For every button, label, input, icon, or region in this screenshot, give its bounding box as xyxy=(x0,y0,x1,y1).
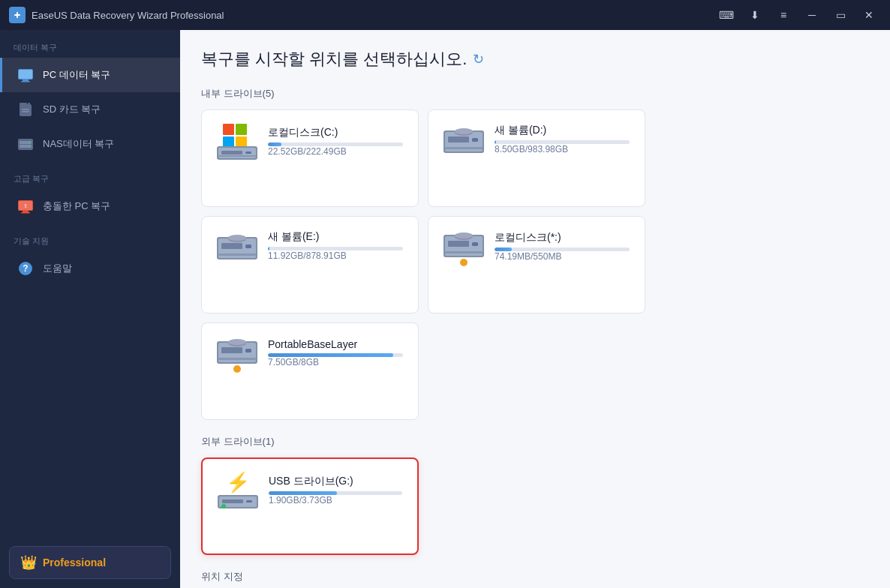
sidebar-label-sd-recovery: SD 카드 복구 xyxy=(43,103,101,116)
svg-rect-43 xyxy=(448,241,469,247)
svg-rect-8 xyxy=(22,109,29,110)
svg-point-33 xyxy=(455,128,473,134)
svg-rect-3 xyxy=(23,80,29,81)
drive-card-star[interactable]: 로컬디스크(*:) 74.19MB/550MB xyxy=(428,216,645,314)
svg-rect-7 xyxy=(28,103,30,107)
drive-portable-name: PortableBaseLayer xyxy=(268,338,403,350)
svg-rect-58 xyxy=(246,500,252,502)
sidebar: 데이터 복구 PC 데이터 복구 xyxy=(0,30,180,588)
internal-drives-header: 내부 드라이브(5) xyxy=(201,87,869,100)
drive-portable-size: 7.50GB/8GB xyxy=(268,357,403,368)
svg-text:?: ? xyxy=(23,263,28,274)
sidebar-label-pc-recovery: PC 데이터 복구 xyxy=(43,68,110,82)
pro-badge[interactable]: 👑 Professional xyxy=(9,546,171,579)
svg-point-59 xyxy=(221,504,226,508)
drive-star-name: 로컬디스크(*:) xyxy=(495,231,630,244)
svg-rect-38 xyxy=(218,254,256,256)
drive-card-portable[interactable]: PortableBaseLayer 7.50GB/8GB xyxy=(201,322,419,420)
svg-rect-9 xyxy=(22,111,29,112)
drive-d-name: 새 볼륨(D:) xyxy=(495,124,630,137)
svg-rect-4 xyxy=(21,81,30,82)
info-icon[interactable]: ⬇ xyxy=(743,3,767,27)
sd-card-icon xyxy=(16,100,35,119)
pro-label: Professional xyxy=(43,556,106,568)
svg-rect-25 xyxy=(245,152,251,154)
sidebar-section-advanced: 고급 복구 xyxy=(0,161,180,189)
sidebar-section-tech: 기술 지원 xyxy=(0,224,180,251)
sidebar-section-data-recovery: 데이터 복구 xyxy=(0,30,180,58)
pc-recovery-icon xyxy=(16,65,35,85)
svg-point-14 xyxy=(29,146,30,147)
svg-point-13 xyxy=(29,142,30,143)
drive-e-size: 11.92GB/878.91GB xyxy=(268,250,403,261)
drive-card-e[interactable]: 새 볼륨(E:) 11.92GB/878.91GB xyxy=(201,216,419,314)
titlebar: EaseUS Data Recovery Wizard Professional… xyxy=(0,0,890,30)
app-logo xyxy=(9,7,26,23)
drive-card-c[interactable]: 로컬디스크(C:) 22.52GB/222.49GB xyxy=(201,110,419,207)
maximize-button[interactable]: ▭ xyxy=(828,3,852,27)
sidebar-item-help[interactable]: ? 도움말 xyxy=(0,251,180,286)
crashed-pc-icon: ! xyxy=(16,196,35,216)
sidebar-item-nas-recovery[interactable]: NAS데이터 복구 xyxy=(0,127,180,161)
drive-usb-name: USB 드라이브(G:) xyxy=(269,475,402,488)
app-title: EaseUS Data Recovery Wizard Professional xyxy=(32,10,224,21)
content-area: 복구를 시작할 위치를 선택하십시오. ↻ 내부 드라이브(5) xyxy=(180,30,890,588)
svg-rect-29 xyxy=(448,136,469,142)
drive-card-usb[interactable]: ⚡ USB 드라이브(G:) xyxy=(201,458,419,555)
svg-rect-44 xyxy=(472,242,478,246)
location-header: 위치 지정 xyxy=(201,570,869,584)
sidebar-item-pc-recovery[interactable]: PC 데이터 복구 xyxy=(0,58,180,92)
internal-drives-grid: 로컬디스크(C:) 22.52GB/222.49GB xyxy=(201,110,869,420)
svg-rect-19 xyxy=(21,212,30,214)
refresh-icon[interactable]: ↻ xyxy=(473,51,484,68)
sidebar-item-sd-recovery[interactable]: SD 카드 복구 xyxy=(0,92,180,127)
svg-rect-31 xyxy=(445,147,483,149)
drive-c-name: 로컬디스크(C:) xyxy=(268,126,403,140)
sidebar-label-help: 도움말 xyxy=(43,262,72,275)
external-drives-header: 외부 드라이브(1) xyxy=(201,435,869,448)
svg-rect-6 xyxy=(20,103,27,107)
crown-icon: 👑 xyxy=(20,554,37,571)
svg-rect-57 xyxy=(222,500,243,503)
help-icon: ? xyxy=(16,259,35,278)
sidebar-item-crashed-pc[interactable]: ! 충돌한 PC 복구 xyxy=(0,189,180,224)
drive-usb-size: 1.90GB/3.73GB xyxy=(269,495,402,506)
svg-rect-36 xyxy=(221,243,242,249)
drive-c-size: 22.52GB/222.49GB xyxy=(268,146,403,157)
svg-point-47 xyxy=(455,232,473,238)
svg-rect-2 xyxy=(19,70,32,79)
minimize-button[interactable]: ─ xyxy=(800,3,824,27)
drive-card-d[interactable]: 새 볼륨(D:) 8.50GB/983.98GB xyxy=(428,110,645,207)
sidebar-label-nas-recovery: NAS데이터 복구 xyxy=(43,137,114,151)
close-button[interactable]: ✕ xyxy=(857,3,881,27)
svg-text:!: ! xyxy=(25,202,27,209)
svg-rect-26 xyxy=(218,155,256,157)
svg-point-54 xyxy=(228,339,246,345)
svg-point-40 xyxy=(228,235,246,241)
svg-rect-50 xyxy=(221,347,242,353)
sidebar-label-crashed-pc: 충돌한 PC 복구 xyxy=(43,200,110,213)
nas-icon xyxy=(16,134,35,154)
svg-rect-18 xyxy=(23,211,29,212)
drive-e-name: 새 볼륨(E:) xyxy=(268,230,403,244)
svg-rect-52 xyxy=(218,358,256,360)
external-drives-grid: ⚡ USB 드라이브(G:) xyxy=(201,458,869,555)
drive-star-size: 74.19MB/550MB xyxy=(495,251,630,262)
page-title: 복구를 시작할 위치를 선택하십시오. ↻ xyxy=(201,48,869,70)
svg-rect-30 xyxy=(472,138,478,142)
svg-rect-51 xyxy=(245,349,251,352)
svg-rect-10 xyxy=(18,139,33,150)
svg-rect-45 xyxy=(445,251,483,254)
svg-rect-37 xyxy=(245,244,251,248)
keyboard-icon[interactable]: ⌨ xyxy=(714,3,738,27)
svg-rect-24 xyxy=(221,151,242,154)
menu-icon[interactable]: ≡ xyxy=(771,3,795,27)
drive-d-size: 8.50GB/983.98GB xyxy=(495,144,630,154)
